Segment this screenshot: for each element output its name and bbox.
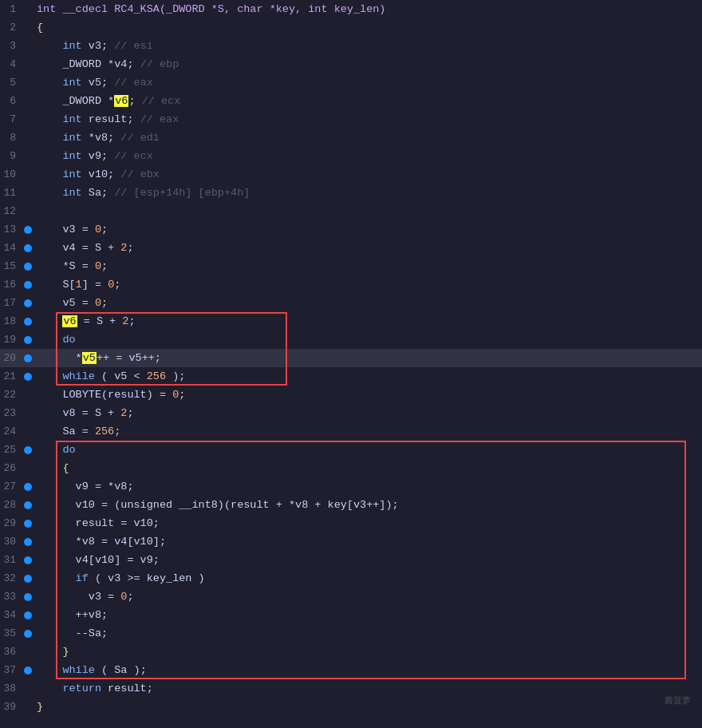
breakpoint-slot[interactable] xyxy=(22,318,34,326)
code-text: do xyxy=(34,441,76,459)
token: // ebx xyxy=(120,168,160,180)
code-line: 30 *v8 = v4[v10]; xyxy=(0,532,702,551)
token: *S = xyxy=(37,260,95,272)
breakpoint-slot[interactable] xyxy=(22,446,34,454)
breakpoint-slot[interactable] xyxy=(22,575,34,583)
code-line: 25 do xyxy=(0,441,702,459)
token: // esi xyxy=(114,40,153,52)
breakpoint-slot[interactable] xyxy=(22,667,34,675)
token: } xyxy=(37,701,43,713)
code-line: 14 v4 = S + 2; xyxy=(0,239,702,257)
code-line: 10 int v10; // ebx xyxy=(0,165,702,184)
breakpoint-dot xyxy=(24,299,32,307)
token: ; xyxy=(127,407,133,419)
breakpoint-slot[interactable] xyxy=(22,483,34,491)
token: ; xyxy=(179,389,185,401)
token: S[ xyxy=(37,279,76,291)
token: _DWORD *v4; xyxy=(37,58,140,70)
breakpoint-slot[interactable] xyxy=(22,520,34,528)
token: ++v8; xyxy=(37,609,108,621)
code-text: v10 = (unsigned __int8)(result + *v8 + k… xyxy=(34,496,399,514)
breakpoint-dot xyxy=(24,556,32,564)
code-line: 20 *v5++ = v5++; xyxy=(0,349,702,367)
code-text: S[1] = 0; xyxy=(34,275,120,294)
code-line: 19 do xyxy=(0,330,702,349)
code-line: 7 int result; // eax xyxy=(0,110,702,129)
code-text: *S = 0; xyxy=(34,257,108,275)
breakpoint-slot[interactable] xyxy=(22,281,34,289)
token: ; xyxy=(128,315,135,327)
breakpoint-slot[interactable] xyxy=(22,501,34,509)
breakpoint-slot[interactable] xyxy=(22,244,34,252)
token: 0 xyxy=(95,224,101,235)
line-number: 2 xyxy=(0,22,22,34)
breakpoint-slot[interactable] xyxy=(22,556,34,564)
code-text: int Sa; // [esp+14h] [ebp+4h] xyxy=(34,184,250,202)
token xyxy=(37,664,62,676)
token xyxy=(37,572,76,584)
line-number: 26 xyxy=(0,462,22,474)
line-number: 28 xyxy=(0,499,22,511)
token xyxy=(37,315,62,327)
token: int xyxy=(62,168,81,180)
token xyxy=(37,40,62,52)
breakpoint-slot[interactable] xyxy=(22,373,34,381)
line-number: 37 xyxy=(0,664,22,676)
code-line: 17 v5 = 0; xyxy=(0,294,702,312)
breakpoint-slot[interactable] xyxy=(22,611,34,619)
token: ; xyxy=(128,95,141,107)
token: --Sa; xyxy=(37,627,108,639)
line-number: 15 xyxy=(0,260,22,272)
code-text: } xyxy=(34,643,69,661)
line-number: 20 xyxy=(0,352,22,364)
token: v10 = (unsigned __int8)(result + *v8 + k… xyxy=(37,499,399,511)
token: // ecx xyxy=(142,95,181,107)
code-text: v9 = *v8; xyxy=(34,477,134,496)
code-text: int v9; // ecx xyxy=(34,147,153,165)
token xyxy=(37,682,62,694)
token: _DWORD * xyxy=(37,95,114,107)
breakpoint-dot xyxy=(24,244,32,252)
code-line: 29 result = v10; xyxy=(0,514,702,532)
token: v9 = *v8; xyxy=(37,481,134,493)
token: *v8; xyxy=(82,132,121,144)
line-number: 27 xyxy=(0,481,22,493)
breakpoint-slot[interactable] xyxy=(22,226,34,234)
token: v4[v10] = v9; xyxy=(37,554,160,566)
breakpoint-slot[interactable] xyxy=(22,538,34,546)
breakpoint-slot[interactable] xyxy=(22,354,34,362)
token: result; xyxy=(82,113,140,125)
line-number: 36 xyxy=(0,646,22,658)
code-line: 4 _DWORD *v4; // ebp xyxy=(0,55,702,73)
token: v4 = S + xyxy=(37,242,120,254)
breakpoint-dot xyxy=(24,630,32,638)
token: 256 xyxy=(95,425,114,437)
breakpoint-dot xyxy=(24,373,32,381)
code-text: LOBYTE(result) = 0; xyxy=(34,386,185,404)
breakpoint-slot[interactable] xyxy=(22,336,34,344)
line-number: 34 xyxy=(0,609,22,621)
highlighted-var: v6 xyxy=(62,315,77,327)
token: ); xyxy=(166,370,185,382)
line-number: 23 xyxy=(0,407,22,419)
token: { xyxy=(37,22,43,34)
token xyxy=(37,334,62,346)
token xyxy=(37,187,62,199)
token: // eax xyxy=(140,113,179,125)
breakpoint-slot[interactable] xyxy=(22,263,34,271)
line-number: 3 xyxy=(0,40,22,52)
code-text: do xyxy=(34,330,76,349)
breakpoint-slot[interactable] xyxy=(22,593,34,601)
code-text: while ( Sa ); xyxy=(34,661,147,679)
token: // ecx xyxy=(114,150,153,162)
code-text: return result; xyxy=(34,679,153,698)
breakpoint-slot[interactable] xyxy=(22,299,34,307)
token: = S + xyxy=(77,315,123,327)
code-line: 8 int *v8; // edi xyxy=(0,129,702,147)
code-text: v4[v10] = v9; xyxy=(34,551,160,569)
breakpoint-slot[interactable] xyxy=(22,630,34,638)
code-line: 15 *S = 0; xyxy=(0,257,702,275)
token: int xyxy=(62,150,81,162)
line-number: 7 xyxy=(0,113,22,125)
token xyxy=(37,132,62,144)
